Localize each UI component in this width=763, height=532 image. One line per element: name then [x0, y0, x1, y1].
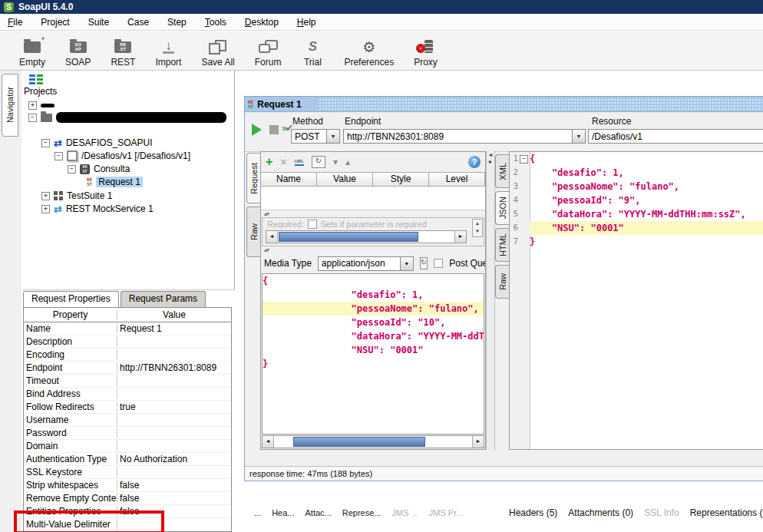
params-table-body[interactable] — [261, 187, 485, 210]
splitter-arrows-icon[interactable] — [264, 211, 269, 217]
endpoint-combo[interactable]: http://TBNN26301:8089 — [343, 129, 586, 144]
request-bottom-tab[interactable]: Represe... — [342, 508, 382, 517]
menu-item[interactable]: Suite — [88, 17, 109, 28]
property-row[interactable]: Password — [24, 427, 231, 440]
navigator-tab[interactable]: Navigator — [2, 74, 18, 137]
property-row[interactable]: Description — [24, 335, 231, 349]
spinner-control[interactable] — [472, 219, 483, 237]
tree-item-resource[interactable]: /Desafios/v1 [/Desafios/v1] — [54, 150, 190, 162]
property-row[interactable]: Username — [24, 414, 231, 427]
request-bottom-tab[interactable]: JMS Pr... — [429, 508, 464, 517]
menu-item[interactable]: Case — [127, 17, 149, 28]
expand-icon[interactable] — [41, 192, 50, 200]
collapse-icon[interactable] — [54, 152, 63, 160]
request-side-tab[interactable]: Request — [246, 153, 260, 203]
scrollbar-thumb[interactable] — [279, 232, 418, 242]
scrollbar-thumb[interactable] — [293, 437, 425, 447]
tree-item-rest-service[interactable]: DESAFIOS_SOAPUI — [41, 137, 153, 149]
tree-item-mockservice[interactable]: REST MockService 1 — [41, 203, 154, 215]
fold-collapse-icon[interactable] — [520, 155, 528, 164]
body-h-scrollbar[interactable] — [262, 435, 484, 448]
tree-item-redacted-project[interactable] — [28, 111, 226, 124]
property-row[interactable]: Bind Address — [24, 388, 231, 401]
splitter-arrows-icon[interactable] — [264, 247, 269, 253]
params-h-scrollbar[interactable] — [266, 230, 467, 243]
properties-tab[interactable]: Request Params — [121, 291, 206, 307]
property-row[interactable]: Name Request 1 — [24, 322, 231, 335]
expand-icon[interactable] — [28, 101, 37, 110]
tree-item-request[interactable]: REST Request 1 — [87, 176, 143, 188]
submit-play-button[interactable] — [252, 124, 262, 136]
response-side-tab[interactable]: XML — [495, 154, 509, 188]
tree-item-testsuite[interactable]: TestSuite 1 — [41, 190, 112, 202]
splitter[interactable] — [261, 210, 485, 217]
layout-icon[interactable] — [29, 74, 43, 84]
media-type-dropdown[interactable]: application/json — [318, 256, 414, 271]
tree-item-method[interactable]: POST Consulta — [68, 163, 130, 175]
required-checkbox[interactable] — [308, 220, 317, 229]
menu-item[interactable]: Tools — [205, 17, 226, 28]
menu-item[interactable]: Step — [167, 17, 187, 28]
response-bottom-tab[interactable]: Headers (5) — [509, 507, 557, 518]
collapse-icon[interactable] — [41, 139, 50, 147]
menu-item[interactable]: Desktop — [245, 17, 279, 28]
request-bottom-tab[interactable]: Hea... — [272, 508, 294, 517]
request-bottom-tab[interactable]: ... — [254, 508, 261, 517]
menu-item[interactable]: File — [8, 17, 22, 28]
save-all-button[interactable]: Save All — [191, 39, 244, 68]
chevron-down-icon[interactable] — [572, 130, 585, 143]
stop-button[interactable] — [269, 125, 279, 134]
property-row[interactable]: Domain — [24, 440, 231, 453]
proxy-button[interactable]: Proxy — [404, 39, 448, 68]
splitter[interactable] — [261, 246, 485, 253]
forum-button[interactable]: Forum — [245, 39, 292, 68]
rest-project-button[interactable]: RE ST REST — [101, 39, 145, 68]
request-side-tab[interactable]: Raw — [246, 207, 260, 257]
property-row[interactable]: SSL Keystore — [24, 466, 231, 479]
scroll-left-icon[interactable] — [263, 436, 274, 448]
expand-icon[interactable] — [41, 205, 50, 213]
response-side-tab[interactable]: Raw — [495, 265, 509, 299]
response-bottom-tab[interactable]: SSL Info — [644, 507, 679, 518]
method-dropdown[interactable]: POST — [291, 129, 340, 144]
property-row[interactable]: Authentication Type No Authorization — [24, 453, 231, 466]
property-row[interactable]: Endpoint http://TBNN26301:8089 — [24, 362, 231, 375]
collapse-icon[interactable] — [28, 114, 37, 122]
chevron-down-icon[interactable] — [400, 257, 413, 270]
revert-params-icon[interactable] — [312, 156, 325, 168]
soap-project-button[interactable]: SO AP SOAP — [55, 39, 101, 68]
property-row[interactable]: Strip whitespaces false — [24, 479, 231, 492]
scroll-right-icon[interactable] — [454, 231, 466, 243]
tree-item-redacted-collapsed[interactable] — [28, 99, 54, 111]
request-bottom-tab[interactable]: Attac... — [306, 508, 332, 517]
property-row[interactable]: Timeout — [24, 375, 231, 388]
scroll-left-icon[interactable] — [266, 231, 278, 243]
resource-field[interactable]: /Desafios/v1 — [588, 129, 763, 144]
scroll-right-icon[interactable] — [472, 436, 484, 448]
recreate-body-icon[interactable] — [420, 257, 428, 269]
help-icon[interactable] — [468, 156, 481, 168]
empty-project-button[interactable]: * Empty — [9, 39, 55, 68]
collapse-icon[interactable] — [68, 165, 76, 173]
request-body-editor[interactable]: { "desafio": 1, "pessoaNome": "fulano", … — [262, 273, 484, 435]
post-query-checkbox[interactable] — [434, 259, 443, 268]
properties-tab[interactable]: Request Properties — [23, 291, 119, 307]
move-up-icon[interactable] — [345, 157, 350, 167]
response-side-tab[interactable]: JSON — [495, 191, 509, 225]
pane-splitter[interactable] — [486, 151, 495, 450]
response-editor-pane[interactable]: 1 { 2 "desafio": 1, 3 "pessoaNome": "ful… — [509, 151, 763, 450]
response-bottom-tab[interactable]: Representations (5) — [690, 507, 763, 518]
menu-item[interactable]: Project — [41, 17, 69, 28]
move-down-icon[interactable] — [333, 157, 338, 167]
property-row[interactable]: Follow Redirects true — [24, 401, 231, 414]
add-param-button[interactable] — [266, 155, 272, 169]
trial-button[interactable]: Trial — [291, 39, 334, 68]
response-side-tab[interactable]: HTML — [495, 228, 509, 262]
chevron-down-icon[interactable] — [326, 130, 339, 143]
remove-param-button[interactable] — [280, 156, 286, 168]
property-row[interactable]: Remove Empty Content false — [24, 492, 231, 505]
response-bottom-tab[interactable]: Attachments (0) — [568, 507, 633, 518]
property-row[interactable]: Encoding — [24, 349, 231, 362]
update-from-url-icon[interactable] — [295, 158, 304, 166]
preferences-button[interactable]: Preferences — [334, 39, 404, 68]
